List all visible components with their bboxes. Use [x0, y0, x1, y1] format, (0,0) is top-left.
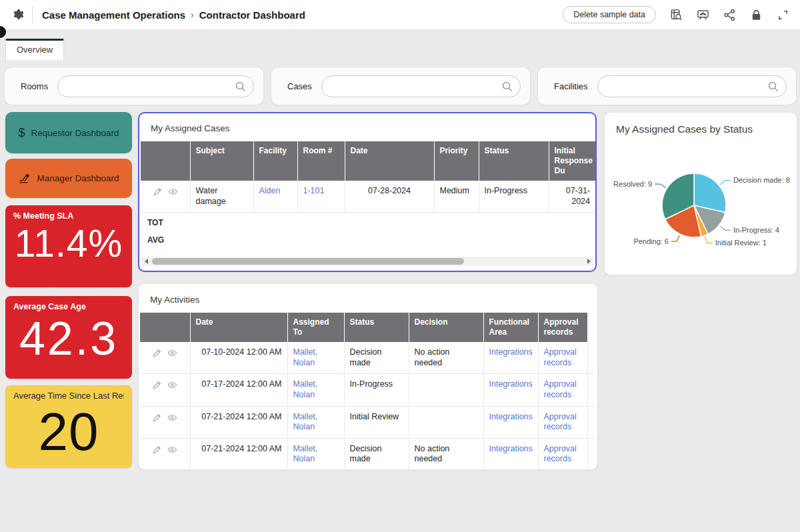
pie-label-in-progress: In-Progress: 4 — [733, 226, 779, 234]
column-header-status[interactable]: Status — [479, 141, 549, 181]
report-search-icon[interactable] — [670, 9, 683, 21]
divider — [32, 6, 33, 23]
column-header-date[interactable]: Date — [190, 313, 287, 342]
cell-subject: Water damage — [190, 181, 253, 213]
facilities-search-pill — [597, 75, 787, 97]
cases-filter-label: Cases — [287, 81, 312, 91]
column-header-assigned-to[interactable]: Assigned To — [287, 313, 344, 342]
pie-label-line-in-progress — [720, 226, 731, 230]
cell-status: Initial Review — [344, 406, 409, 438]
facilities-search-input[interactable] — [598, 76, 786, 97]
column-header-decision[interactable]: Decision — [409, 313, 483, 342]
functional-area-link[interactable]: Integrations — [489, 379, 533, 389]
rooms-search-input[interactable] — [58, 76, 253, 97]
assigned-to-link[interactable]: Mallet, Nolan — [293, 347, 318, 367]
functional-area-link[interactable]: Integrations — [489, 412, 533, 421]
view-eye-icon[interactable] — [168, 187, 178, 197]
column-header-date[interactable]: Date — [345, 141, 434, 181]
view-eye-icon[interactable] — [167, 445, 177, 455]
approval-records-link[interactable]: Approval records — [544, 444, 577, 464]
row-actions — [145, 412, 185, 423]
cell-priority: Medium — [434, 181, 479, 213]
horizontal-scrollbar — [141, 257, 593, 266]
kpi-meeting-sla-value: 11.4% — [13, 225, 124, 263]
cases-search-input[interactable] — [322, 76, 520, 97]
assigned-to-link[interactable]: Mallet, Nolan — [293, 379, 318, 399]
column-header-approval-records[interactable]: Approval records — [538, 313, 587, 342]
breadcrumb-chevron-icon: › — [191, 9, 194, 20]
activity-row: 07-10-2024 12:00 AM Mallet, Nolan Decisi… — [140, 342, 595, 374]
view-eye-icon[interactable] — [167, 348, 177, 358]
edit-pencil-icon[interactable] — [152, 445, 162, 455]
cases-filter-card: Cases — [271, 67, 531, 105]
cell-decision — [409, 406, 483, 438]
edit-pencil-icon[interactable] — [153, 187, 163, 197]
assigned-to-link[interactable]: Mallet, Nolan — [293, 412, 318, 432]
delete-sample-data-button[interactable]: Delete sample data — [563, 6, 656, 23]
approval-records-link[interactable]: Approval records — [544, 379, 577, 399]
settings-gear-icon[interactable] — [11, 7, 25, 22]
cell-date: 07-17-2024 12:00 AM — [190, 374, 287, 406]
column-header-filler — [587, 313, 595, 342]
column-header-initial-response-due[interactable]: Initial Response Du — [549, 141, 595, 181]
column-header-room[interactable]: Room # — [297, 141, 345, 181]
edit-pencil-icon[interactable] — [152, 413, 162, 423]
breadcrumb-app-link[interactable]: Case Management Operations — [42, 9, 185, 21]
column-header-facility[interactable]: Facility — [253, 141, 297, 181]
my-assigned-cases-table: Subject Facility Room # Date Priority St… — [141, 141, 595, 213]
breadcrumb: Case Management Operations › Contractor … — [42, 9, 305, 21]
cell-status: In-Progress — [479, 181, 549, 213]
facilities-filter-card: Facilities — [537, 67, 797, 105]
view-eye-icon[interactable] — [167, 413, 177, 423]
cell-date: 07-28-2024 — [345, 181, 434, 213]
requestor-dashboard-button[interactable]: $ Requestor Dashboard — [5, 112, 132, 153]
assigned-to-link[interactable]: Mallet, Nolan — [293, 444, 318, 464]
facilities-filter-label: Facilities — [554, 81, 588, 91]
cases-by-status-pie-chart[interactable]: Decision made: 8In-Progress: 4Initial Re… — [605, 113, 798, 276]
row-actions — [145, 347, 185, 358]
signature-icon — [18, 172, 31, 185]
kpi-meeting-sla: % Meeting SLA 11.4% — [5, 205, 132, 287]
breadcrumb-page-title: Contractor Dashboard — [199, 9, 305, 21]
column-header-status[interactable]: Status — [344, 313, 409, 342]
edit-pencil-icon[interactable] — [152, 380, 162, 390]
pie-label-line-initial-review — [705, 237, 713, 243]
column-header-subject[interactable]: Subject — [190, 141, 253, 181]
pie-label-line-resolved — [655, 184, 666, 187]
scroll-right-button[interactable] — [584, 257, 593, 266]
rooms-filter-card: Rooms — [4, 67, 264, 105]
lock-icon[interactable] — [750, 9, 763, 21]
column-header-actions — [141, 141, 190, 181]
summary-total-label: TOT — [139, 213, 595, 230]
room-link[interactable]: 1-101 — [303, 186, 325, 195]
cases-search-pill — [321, 75, 521, 97]
pie-label-line-decision-made — [720, 181, 731, 185]
column-header-priority[interactable]: Priority — [434, 141, 479, 181]
share-icon[interactable] — [723, 9, 736, 21]
column-header-functional-area[interactable]: Functional Area — [483, 313, 538, 342]
tab-overview[interactable]: Overview — [5, 39, 64, 60]
kpi-average-case-age: Average Case Age 42.3 — [5, 296, 132, 379]
pie-label-pending: Pending: 6 — [633, 237, 669, 245]
functional-area-link[interactable]: Integrations — [489, 444, 533, 453]
pie-label-decision-made: Decision made: 8 — [733, 176, 790, 184]
presentation-icon[interactable] — [697, 9, 709, 21]
activity-row: 07-17-2024 12:00 AM Mallet, Nolan In-Pro… — [140, 374, 595, 406]
approval-records-link[interactable]: Approval records — [544, 347, 577, 367]
kpi-average-case-age-label: Average Case Age — [13, 302, 124, 311]
functional-area-link[interactable]: Integrations — [489, 347, 533, 357]
scrollbar-track[interactable] — [151, 258, 584, 265]
rooms-search-pill — [57, 75, 254, 97]
scroll-left-button[interactable] — [141, 257, 151, 266]
view-eye-icon[interactable] — [167, 380, 177, 390]
expand-icon[interactable] — [777, 9, 789, 21]
facility-link[interactable]: Alden — [259, 186, 281, 195]
scrollbar-thumb[interactable] — [152, 258, 464, 265]
kpi-meeting-sla-label: % Meeting SLA — [13, 211, 124, 221]
manager-dashboard-button[interactable]: Manager Dashboard — [5, 159, 132, 198]
approval-records-link[interactable]: Approval records — [544, 412, 577, 432]
edit-pencil-icon[interactable] — [152, 348, 162, 358]
cell-initial-response-due: 07-31-2024 — [549, 181, 595, 213]
my-activities-table: Date Assigned To Status Decision Functio… — [140, 313, 595, 471]
contractor-dashboard-screen: Case Management Operations › Contractor … — [0, 0, 800, 532]
